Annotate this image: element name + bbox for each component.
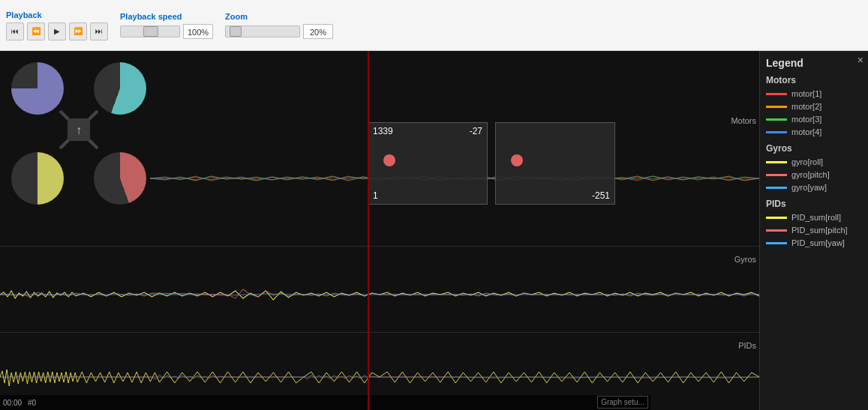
motor1-color	[766, 93, 787, 95]
playback-speed-section: Playback speed 100%	[120, 12, 213, 39]
motor4-color	[766, 131, 787, 133]
graph-setup-button[interactable]: Graph setu...	[597, 396, 648, 409]
motor-value-neg27: -27	[470, 126, 482, 136]
motor1-label: motor[1]	[791, 89, 821, 98]
motor-box-right: -251	[495, 122, 615, 205]
motor-dot-left	[383, 154, 395, 166]
legend-close-button[interactable]: ×	[857, 54, 863, 66]
zoom-section: Zoom 20%	[225, 12, 333, 39]
toolbar: Playback ⏮ ⏪ ▶ ⏩ ⏭ Playback speed 100% Z…	[0, 0, 868, 51]
motor2-label: motor[2]	[791, 102, 821, 111]
legend-item-pid-yaw: PID_sum[yaw]	[766, 238, 862, 248]
speed-value: 100%	[183, 24, 213, 39]
motor-box-left: 1339 -27 1	[368, 122, 488, 205]
legend-item-motor2: motor[2]	[766, 101, 862, 112]
legend-item-motor4: motor[4]	[766, 127, 862, 137]
gyro-pitch-color	[766, 174, 787, 176]
legend-group-motors: Motors	[766, 75, 862, 85]
gyros-waveform-svg	[0, 253, 759, 336]
legend-item-gyro-roll: gyro[roll]	[766, 157, 862, 167]
pid-pitch-color	[766, 229, 787, 232]
gyro-roll-color	[766, 161, 787, 163]
speed-slider-track[interactable]	[120, 25, 180, 37]
main-content: ↑ Motors 1339 -27	[0, 51, 868, 410]
playhead-line	[368, 51, 369, 410]
svg-text:↑: ↑	[76, 124, 82, 136]
motor4-label: motor[4]	[791, 127, 821, 136]
legend-title: Legend	[766, 57, 862, 69]
gyros-graph: Gyros	[0, 253, 759, 336]
legend-group-gyros: Gyros	[766, 143, 862, 154]
motors-graph-label: Motors	[731, 116, 756, 125]
legend-item-gyro-pitch: gyro[pitch]	[766, 169, 862, 180]
pid-roll-label: PID_sum[roll]	[791, 213, 841, 222]
time-display-1: 00:00	[3, 399, 22, 407]
pid-pitch-label: PID_sum[pitch]	[791, 226, 848, 235]
gyro-roll-label: gyro[roll]	[791, 157, 823, 166]
zoom-slider-thumb[interactable]	[230, 26, 242, 37]
play-button[interactable]: ▶	[48, 22, 66, 40]
gyro-pitch-label: gyro[pitch]	[791, 170, 830, 179]
drone-arms-svg: ↑	[8, 58, 150, 208]
speed-slider-thumb[interactable]	[143, 26, 158, 37]
step-forward-button[interactable]: ⏩	[69, 22, 87, 40]
pid-roll-color	[766, 217, 787, 219]
motor3-color	[766, 118, 787, 121]
motor-value-1339: 1339	[373, 126, 393, 136]
legend-item-motor3: motor[3]	[766, 114, 862, 124]
graph-area[interactable]: ↑ Motors 1339 -27	[0, 51, 759, 410]
gyro-yaw-color	[766, 187, 787, 189]
separator-line-1	[0, 246, 759, 247]
gyro-yaw-label: gyro[yaw]	[791, 183, 827, 192]
pid-yaw-color	[766, 242, 787, 244]
legend-item-gyro-yaw: gyro[yaw]	[766, 182, 862, 193]
legend-group-pids: PIDs	[766, 199, 862, 209]
playback-section: Playback ⏮ ⏪ ▶ ⏩ ⏭	[6, 10, 108, 40]
motor3-label: motor[3]	[791, 115, 821, 124]
zoom-value: 20%	[303, 24, 333, 39]
pid-yaw-label: PID_sum[yaw]	[791, 238, 845, 247]
step-back-button[interactable]: ⏪	[27, 22, 45, 40]
skip-to-end-button[interactable]: ⏭	[90, 22, 108, 40]
skip-to-start-button[interactable]: ⏮	[6, 22, 24, 40]
legend-item-motor1: motor[1]	[766, 88, 862, 99]
zoom-slider-container: 20%	[225, 24, 333, 39]
playback-speed-label: Playback speed	[120, 12, 213, 21]
gyros-graph-label: Gyros	[734, 255, 756, 264]
zoom-slider-track[interactable]	[225, 25, 300, 37]
time-display-2: #0	[28, 399, 36, 407]
motor-dot-right	[511, 154, 523, 166]
drone-visualization: ↑	[8, 58, 150, 208]
motor-value-neg251: -251	[592, 190, 610, 201]
playback-controls: ⏮ ⏪ ▶ ⏩ ⏭	[6, 22, 108, 40]
status-bar: 00:00 #0	[0, 395, 650, 410]
motor-value-1: 1	[373, 190, 378, 201]
pid-graph-label: PIDs	[738, 341, 756, 350]
playback-label: Playback	[6, 10, 108, 19]
motor2-color	[766, 106, 787, 108]
legend-panel: × Legend Motors motor[1] motor[2] motor[…	[759, 51, 868, 410]
legend-item-pid-roll: PID_sum[roll]	[766, 212, 862, 223]
legend-item-pid-pitch: PID_sum[pitch]	[766, 225, 862, 235]
speed-slider-container: 100%	[120, 24, 213, 39]
zoom-label: Zoom	[225, 12, 333, 21]
